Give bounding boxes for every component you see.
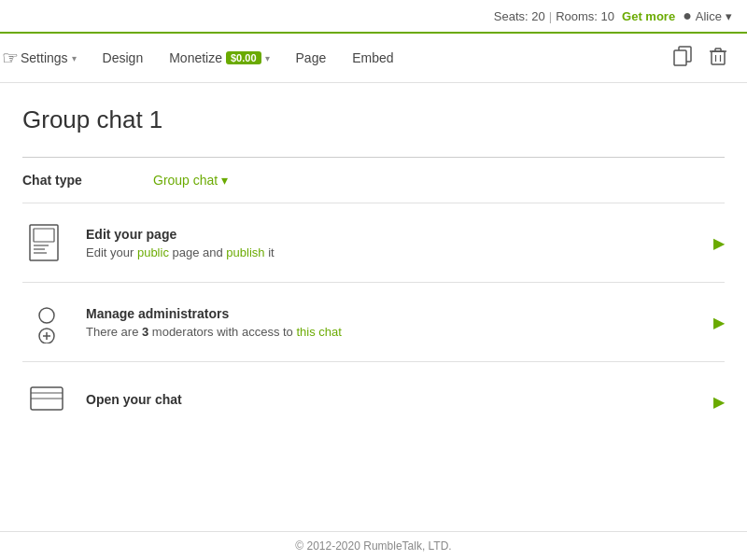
- user-name: Alice: [696, 9, 722, 23]
- settings-section: Chat type Group chat ▾ Edit your page: [22, 157, 725, 433]
- open-chat-text: Open your chat: [86, 392, 698, 411]
- delete-button[interactable]: [704, 42, 732, 75]
- nav-item-monetize[interactable]: Monetize $0.00 ▾: [156, 34, 282, 82]
- monetize-arrow: ▾: [265, 53, 270, 63]
- list-item-edit-page[interactable]: Edit your page Edit your public page and…: [22, 203, 725, 283]
- footer-text: © 2012-2020 RumbleTalk, LTD.: [295, 539, 451, 553]
- manage-admins-text: Manage administrators There are 3 modera…: [86, 306, 698, 339]
- nav-items: Settings ▾ Design Monetize $0.00 ▾ Page …: [7, 34, 661, 82]
- rooms-label: Rooms: 10: [556, 9, 614, 23]
- monetize-label: Monetize: [169, 50, 222, 65]
- seats-label: Seats: 20: [494, 9, 545, 23]
- svg-rect-10: [34, 229, 54, 242]
- user-icon: ●: [683, 7, 692, 24]
- manage-admins-desc: There are 3 moderators with access to th…: [86, 325, 698, 339]
- chat-type-text: Group chat: [153, 173, 218, 188]
- chat-type-value[interactable]: Group chat ▾: [153, 173, 228, 188]
- edit-page-arrow: ▶: [713, 234, 725, 252]
- chat-type-row: Chat type Group chat ▾: [22, 158, 725, 203]
- nav-item-page[interactable]: Page: [283, 34, 340, 82]
- get-more-link[interactable]: Get more: [622, 9, 675, 23]
- page-label: Page: [296, 50, 327, 65]
- edit-page-text: Edit your page Edit your public page and…: [86, 227, 698, 259]
- cursor-pointer: ☞: [2, 47, 19, 69]
- chat-type-dropdown-arrow: ▾: [221, 173, 228, 188]
- page-title: Group chat 1: [22, 105, 725, 134]
- settings-label: Settings: [21, 50, 68, 65]
- copy-button[interactable]: [669, 42, 697, 75]
- monetize-badge: $0.00: [226, 51, 261, 64]
- footer: © 2012-2020 RumbleTalk, LTD.: [0, 531, 747, 560]
- list-item-open-chat[interactable]: Open your chat ▶: [22, 362, 725, 433]
- nav-item-settings[interactable]: Settings ▾: [7, 34, 90, 82]
- this-chat-link: this chat: [296, 325, 341, 339]
- svg-point-14: [39, 308, 54, 323]
- open-chat-arrow: ▶: [713, 393, 725, 411]
- nav-actions: [661, 42, 740, 75]
- manage-admins-icon: [22, 298, 71, 346]
- user-section[interactable]: ● Alice ▾: [683, 7, 732, 24]
- list-item-manage-admins[interactable]: Manage administrators There are 3 modera…: [22, 283, 725, 362]
- manage-admins-title: Manage administrators: [86, 306, 698, 321]
- settings-arrow: ▾: [72, 53, 77, 63]
- user-dropdown-arrow: ▾: [726, 9, 732, 23]
- main-content: Group chat 1 Chat type Group chat ▾: [0, 83, 747, 448]
- moderators-count: 3: [142, 325, 148, 339]
- embed-label: Embed: [352, 50, 393, 65]
- nav-item-embed[interactable]: Embed: [339, 34, 406, 82]
- edit-page-icon: [22, 218, 71, 267]
- svg-rect-1: [674, 50, 686, 65]
- edit-page-highlight2: publish: [226, 245, 264, 259]
- edit-page-desc: Edit your public page and publish it: [86, 245, 698, 259]
- manage-admins-arrow: ▶: [713, 314, 725, 331]
- design-label: Design: [103, 50, 144, 65]
- separator-1: |: [549, 9, 552, 23]
- edit-page-title: Edit your page: [86, 227, 698, 242]
- nav-item-design[interactable]: Design: [90, 34, 157, 82]
- open-chat-icon: [22, 377, 71, 426]
- nav-bar: Settings ▾ Design Monetize $0.00 ▾ Page …: [0, 34, 747, 83]
- svg-rect-2: [712, 51, 725, 64]
- edit-page-highlight1: public: [137, 245, 169, 259]
- chat-type-label: Chat type: [22, 173, 153, 188]
- top-bar: Seats: 20 | Rooms: 10 Get more ● Alice ▾: [0, 0, 747, 34]
- open-chat-title: Open your chat: [86, 392, 698, 407]
